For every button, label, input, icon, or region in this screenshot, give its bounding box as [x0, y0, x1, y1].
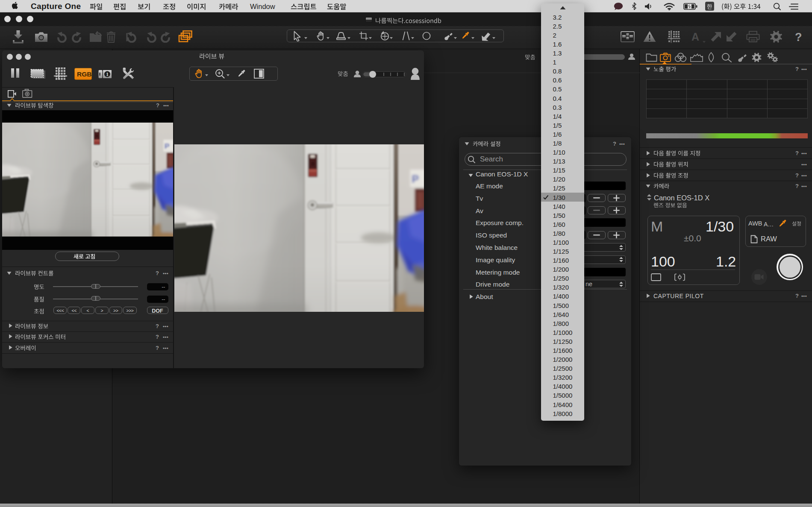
svg-text:1: 1 — [106, 71, 109, 77]
